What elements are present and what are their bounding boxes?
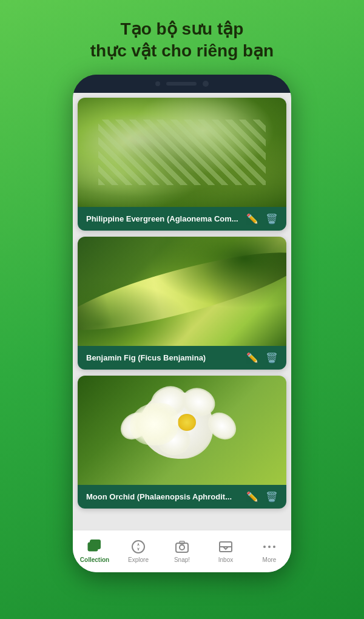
nav-item-inbox[interactable]: Inbox [209,539,243,563]
phone-screen: Philippine Evergreen (Aglaonema Com... ✏… [73,93,291,572]
plant-cards-container: Philippine Evergreen (Aglaonema Com... ✏… [73,93,291,530]
svg-point-6 [180,545,184,550]
front-camera-dot [155,81,160,86]
nav-label-more: More [263,556,277,563]
plant-card-3[interactable]: Moon Orchid (Phalaenopsis Aphrodit... ✏️… [78,376,286,509]
collection-icon [87,539,103,555]
nav-label-collection: Collection [80,556,109,563]
nav-label-snap: Snap! [174,556,190,563]
card-actions-1: ✏️ 🗑️ [246,213,278,225]
plant-card-label-2: Benjamin Fig (Ficus Benjamina) ✏️ 🗑️ [78,346,286,370]
svg-point-10 [268,546,271,548]
svg-point-11 [273,546,275,548]
svg-rect-1 [90,540,100,549]
plant-card-label-1: Philippine Evergreen (Aglaonema Com... ✏… [78,207,286,231]
nav-label-explore: Explore [128,556,149,563]
plant-name-3: Moon Orchid (Phalaenopsis Aphrodit... [86,492,246,501]
card-actions-3: ✏️ 🗑️ [246,491,278,502]
phone-top-bar [73,75,291,93]
nav-item-snap[interactable]: Snap! [166,539,199,563]
svg-point-9 [263,546,266,548]
explore-icon [130,539,146,555]
edit-icon-3[interactable]: ✏️ [246,491,258,502]
delete-icon-2[interactable]: 🗑️ [266,352,278,364]
nav-label-inbox: Inbox [218,556,233,563]
svg-marker-3 [137,543,140,546]
front-camera-main [203,81,209,87]
nav-item-collection[interactable]: Collection [78,539,112,563]
plant-card-1[interactable]: Philippine Evergreen (Aglaonema Com... ✏… [78,98,286,231]
plant-name-1: Philippine Evergreen (Aglaonema Com... [86,214,246,223]
inbox-icon [218,539,234,555]
plant-image-2 [78,237,286,346]
edit-icon-2[interactable]: ✏️ [246,352,258,364]
phone-speaker [166,82,197,86]
more-icon [261,539,277,555]
svg-marker-4 [137,547,140,551]
delete-icon-1[interactable]: 🗑️ [266,213,278,225]
snap-icon [174,539,190,555]
page-title: Tạo bộ sưu tập thực vật cho riêng bạn [66,0,298,75]
nav-item-more[interactable]: More [253,539,286,563]
edit-icon-1[interactable]: ✏️ [246,213,258,225]
plant-name-2: Benjamin Fig (Ficus Benjamina) [86,353,246,362]
card-actions-2: ✏️ 🗑️ [246,352,278,364]
delete-icon-3[interactable]: 🗑️ [266,491,278,502]
plant-image-1 [78,98,286,207]
plant-image-3 [78,376,286,485]
nav-item-explore[interactable]: Explore [122,539,155,563]
phone-mockup: Philippine Evergreen (Aglaonema Com... ✏… [73,75,291,572]
plant-card-label-3: Moon Orchid (Phalaenopsis Aphrodit... ✏️… [78,485,286,509]
plant-card-2[interactable]: Benjamin Fig (Ficus Benjamina) ✏️ 🗑️ [78,237,286,370]
bottom-navigation: Collection Explore [73,530,291,572]
